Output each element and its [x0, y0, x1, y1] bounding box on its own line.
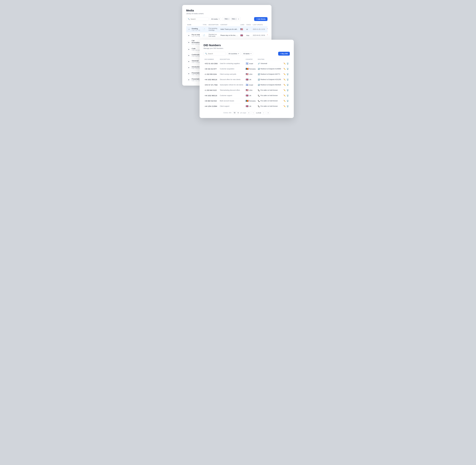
tag-close-1[interactable]: ✕: [228, 18, 229, 20]
media-table-row: ▶ Put on hold 0:21 / 24.4 kB 📄 Standard …: [186, 32, 267, 38]
media-search-input[interactable]: [191, 18, 207, 20]
media-filter-dropdown[interactable]: All media ▼: [210, 17, 221, 21]
play-button-2[interactable]: ▶: [187, 41, 191, 44]
did-col-country: COUNTRY: [245, 58, 257, 61]
did-search-input[interactable]: [208, 53, 224, 55]
tag-close-2[interactable]: ✕: [235, 18, 236, 20]
did-delete-icon[interactable]: 🗑️: [287, 79, 289, 81]
media-tag-filter[interactable]: TAG ✕ TAG ✕ ▼: [222, 17, 241, 21]
did-delete-icon[interactable]: 🗑️: [287, 73, 289, 75]
did-edit-icon[interactable]: ✏️: [284, 63, 286, 64]
media-meta-text: 3:22 / 71.8 kB: [192, 62, 200, 63]
chevron-down-icon: ▼: [218, 18, 220, 20]
did-search-box[interactable]: 🔍: [203, 52, 226, 55]
col-lang: LANG: [239, 23, 245, 26]
did-delete-icon[interactable]: 🗑️: [287, 63, 289, 64]
media-type-cell: 📄: [202, 32, 208, 38]
did-routing-cell: ↪️ Redirect to Endpoint #62771: [257, 72, 283, 77]
did-description-cell: Client support: [219, 104, 245, 109]
buy-did-button[interactable]: + Buy DID: [278, 52, 290, 56]
media-meta-text: 0:42 / 44.6 kB: [192, 68, 200, 69]
did-edit-icon[interactable]: ✏️: [284, 79, 286, 81]
did-labels-dropdown[interactable]: All labels ▼: [242, 52, 253, 55]
did-edit-icon[interactable]: ✏️: [284, 84, 286, 86]
play-button-8[interactable]: ▶: [187, 78, 191, 81]
did-description-cell: Used for contacting suppliers: [219, 61, 245, 66]
routing-text: Put caller on hold forever: [261, 100, 278, 102]
did-table: DID NUMBER DESCRIPTION COUNTRY ROUTING +…: [203, 58, 290, 109]
edit-icon[interactable]: ✏️: [267, 34, 267, 36]
did-description-cell: Client surveys and polls: [219, 72, 245, 77]
media-meta-text: 0:21 / 24.4 kB: [192, 36, 200, 37]
file-icon: 📄: [203, 34, 205, 36]
did-edit-icon[interactable]: ✏️: [284, 95, 286, 96]
did-routing-cell: 📞 Put caller on hold forever: [257, 88, 283, 93]
media-name-text: Call termination: [192, 40, 201, 43]
did-number-cell: +972 51 424 2583: [203, 61, 219, 66]
did-edit-icon[interactable]: ✏️: [284, 100, 286, 102]
play-button-3[interactable]: ▶: [187, 48, 191, 51]
did-edit-icon[interactable]: ✏️: [284, 68, 286, 70]
entries-label: Entries: 865: [223, 112, 232, 114]
did-countries-dropdown[interactable]: All countries ▼: [227, 52, 241, 55]
country-flag: 🇬🇧: [246, 78, 248, 81]
media-lang-cell: 🇬🇧: [239, 32, 245, 38]
did-routing-cell: 🔗 Voicemail: [257, 61, 283, 66]
did-delete-icon[interactable]: 🗑️: [287, 95, 289, 96]
media-meta-text: 1:25 / 35.3 kB: [192, 50, 200, 51]
did-edit-icon[interactable]: ✏️: [284, 73, 286, 75]
did-routing-cell: 📞 Put caller on hold forever: [257, 104, 283, 109]
did-country-cell: 🇷🇴 Romania: [245, 66, 257, 72]
routing-icon: 🔗: [258, 63, 260, 64]
did-delete-icon[interactable]: 🗑️: [287, 68, 289, 70]
media-search-box[interactable]: 🔍: [186, 17, 209, 21]
did-toolbar: 🔍 All countries ▼ All labels ▼ + Buy DID: [203, 52, 290, 56]
first-page-button[interactable]: «: [247, 111, 251, 115]
play-button-4[interactable]: ▶: [187, 53, 191, 57]
country-name: UK: [249, 105, 251, 107]
play-button-7[interactable]: ▶: [187, 72, 191, 75]
did-actions-cell: ✏️ 🗑️: [283, 93, 290, 98]
media-name-text: Code: [192, 48, 200, 50]
did-number-cell: +40 884 518 916: [203, 98, 219, 104]
did-description-cell: Customer support: [219, 93, 245, 98]
routing-text: Redirect to Endpoint #151255: [261, 79, 281, 80]
add-media-button[interactable]: + Add Media: [254, 17, 267, 21]
media-voice-cell: Ana: [245, 32, 252, 38]
did-country-cell: 🇬🇧 UK: [245, 93, 257, 98]
did-number-cell: +1 202 842 0122: [203, 88, 219, 93]
prev-page-button[interactable]: ‹: [252, 111, 255, 115]
did-number-cell: +44 1254 213584: [203, 104, 219, 109]
did-delete-icon[interactable]: 🗑️: [287, 105, 289, 107]
country-flag: 🇺🇸: [246, 73, 248, 75]
did-delete-icon[interactable]: 🗑️: [287, 100, 289, 102]
play-button-6[interactable]: ▶: [187, 66, 191, 69]
last-page-button[interactable]: »: [266, 111, 270, 115]
did-number-cell: +40 316 313 977: [203, 66, 219, 72]
did-number-text: +972 57 371 7592: [204, 84, 218, 86]
did-number-cell: +44 1632 960116: [203, 93, 219, 98]
play-button-0[interactable]: ⏸: [187, 28, 191, 31]
media-name-text: Presentation: [192, 78, 201, 80]
did-edit-icon[interactable]: ✏️: [284, 105, 286, 107]
country-flag: 🇬🇧: [246, 105, 248, 107]
play-button-5[interactable]: ▶: [187, 60, 191, 63]
media-name-text: Introduction: [192, 66, 200, 68]
per-page-select[interactable]: 50 25 100: [233, 111, 239, 114]
country-name: Israel: [249, 84, 253, 86]
did-routing-cell: 📞 Put caller on hold forever: [257, 98, 283, 104]
did-labels-label: All labels: [243, 53, 250, 55]
country-name: Romania: [249, 100, 256, 102]
did-delete-icon[interactable]: 🗑️: [287, 84, 289, 86]
media-name-text: Put on hold: [192, 34, 200, 36]
media-title: Media: [186, 9, 267, 12]
did-edit-icon[interactable]: ✏️: [284, 89, 286, 91]
play-button-1[interactable]: ▶: [187, 34, 191, 37]
media-description-cell: Standard on-hold audio: [208, 32, 219, 38]
did-actions-cell: ✏️ 🗑️: [283, 104, 290, 109]
edit-icon[interactable]: ✏️: [267, 28, 267, 30]
media-name-cell: ▶ Code 1:25 / 35.3 kB: [186, 46, 202, 52]
next-page-button[interactable]: ›: [262, 111, 265, 115]
media-name-cell: ▶ Put on hold 0:21 / 24.4 kB: [186, 32, 202, 38]
did-delete-icon[interactable]: 🗑️: [287, 89, 289, 91]
